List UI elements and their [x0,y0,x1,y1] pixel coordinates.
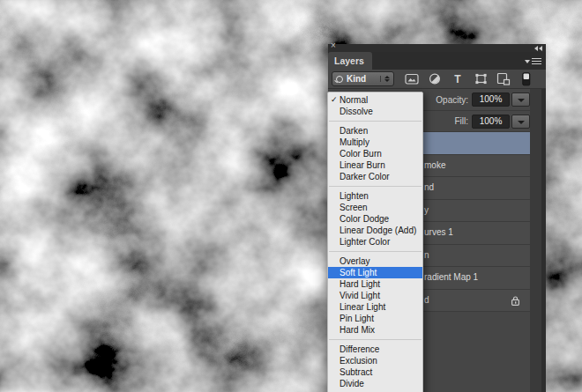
menu-item-label: Hard Light [340,279,380,289]
lock-icon [511,295,520,308]
menu-item-label: Exclusion [340,356,377,366]
search-icon [336,76,343,83]
menu-item-normal[interactable]: ✓Normal [328,94,422,106]
menu-item-multiply[interactable]: Multiply [328,137,422,148]
type-layer-filter-icon[interactable]: T [451,72,465,86]
menu-item-label: Linear Light [340,302,385,312]
menu-item-color-burn[interactable]: Color Burn [328,148,422,159]
opacity-dropdown-button[interactable] [511,92,530,107]
menu-item-label: Dissolve [340,107,373,116]
menu-item-label: Color Dodge [340,214,389,224]
menu-item-label: Difference [340,344,379,354]
menu-item-subtract[interactable]: Subtract [328,366,422,378]
menu-item-label: Color Burn [340,149,382,159]
close-icon[interactable]: × [331,41,336,50]
menu-item-label: Divide [340,379,364,388]
menu-item-label: Normal [340,95,368,105]
dropdown-arrows-icon [380,76,390,82]
layer-name-fragment: d [424,290,429,311]
layer-name-fragment: moke [424,155,445,176]
menu-item-exclusion[interactable]: Exclusion [328,355,422,366]
menu-item-label: Soft Light [340,268,377,277]
filter-icon-row: T [405,72,534,86]
panel-scroll-gutter[interactable] [530,89,541,392]
menu-item-label: Linear Dodge (Add) [340,226,416,235]
menu-item-label: Darken [340,126,368,136]
menu-item-label: Screen [340,203,368,212]
fill-value[interactable]: 100% [472,115,510,129]
opacity-value[interactable]: 100% [472,92,510,107]
menu-separator [328,182,422,190]
menu-item-overlay[interactable]: Overlay [328,255,422,267]
layer-name-fragment: n [424,245,429,266]
shape-layer-filter-icon[interactable] [474,72,488,86]
panel-tab-bar: Layers [328,52,546,70]
menu-item-soft-light[interactable]: Soft Light [328,267,422,278]
menu-item-label: Lighten [340,191,369,201]
layer-name-fragment: radient Map 1 [424,267,478,288]
menu-item-label: Overlay [340,256,369,266]
blend-mode-menu: ✓NormalDissolveDarkenMultiplyColor BurnL… [327,92,423,392]
panel-title-strip: × [328,44,546,52]
menu-item-label: Darker Color [340,172,390,181]
menu-item-vivid-light[interactable]: Vivid Light [328,290,422,301]
menu-item-label: Pin Light [340,314,374,323]
layer-name-fragment: y [424,200,429,221]
menu-item-dissolve[interactable]: Dissolve [328,106,422,117]
menu-item-hard-light[interactable]: Hard Light [328,278,422,290]
kind-filter-dropdown[interactable]: Kind [332,71,394,86]
menu-item-linear-burn[interactable]: Linear Burn [328,159,422,171]
menu-separator [328,248,422,255]
menu-item-lighten[interactable]: Lighten [328,190,422,202]
menu-item-divide[interactable]: Divide [328,378,422,389]
menu-item-linear-dodge-add[interactable]: Linear Dodge (Add) [328,225,422,236]
layer-name-fragment: nd [424,177,434,198]
menu-item-label: Vivid Light [340,291,380,300]
menu-separator [328,117,422,125]
screenshot-stage: × Layers Kind T [0,0,582,392]
smart-object-filter-icon[interactable] [496,72,511,86]
kind-filter-value: Kind [347,74,380,84]
tab-layers[interactable]: Layers [328,52,372,70]
menu-item-label: Lighter Color [340,237,390,247]
layer-name-fragment: urves 1 [424,222,453,243]
menu-item-linear-light[interactable]: Linear Light [328,301,422,313]
checkmark-icon: ✓ [331,94,338,106]
panel-menu-icon[interactable] [525,58,541,64]
adjustment-layer-filter-icon[interactable] [428,72,442,86]
menu-item-label: Multiply [340,137,369,147]
layer-filter-bar: Kind T [328,70,546,89]
pixel-layer-filter-icon[interactable] [405,72,419,86]
fill-dropdown-button[interactable] [511,115,530,129]
menu-item-color-dodge[interactable]: Color Dodge [328,213,422,225]
menu-item-label: Subtract [340,367,372,377]
collapse-panel-icon[interactable] [534,46,542,51]
layer-filtering-toggle[interactable] [519,72,534,86]
menu-separator [328,336,422,344]
menu-item-darker-color[interactable]: Darker Color [328,171,422,182]
menu-item-label: Linear Burn [340,160,385,170]
menu-item-label: Hard Mix [340,325,375,335]
menu-item-screen[interactable]: Screen [328,202,422,213]
menu-item-lighter-color[interactable]: Lighter Color [328,236,422,248]
menu-item-darken[interactable]: Darken [328,125,422,137]
menu-item-hard-mix[interactable]: Hard Mix [328,324,422,336]
menu-item-pin-light[interactable]: Pin Light [328,313,422,324]
menu-item-difference[interactable]: Difference [328,344,422,355]
